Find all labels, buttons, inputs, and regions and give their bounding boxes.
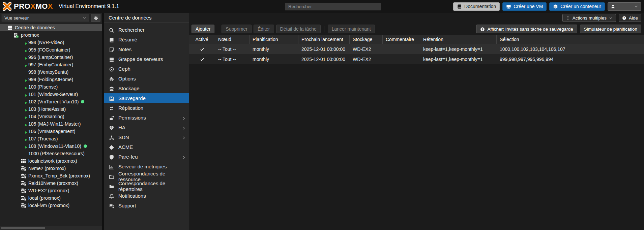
tree-item-raid10nvme-proxmox[interactable]: Raid10Nvme (proxmox) [0, 179, 102, 187]
column-header-selection[interactable]: Sélection [497, 35, 644, 44]
search-icon [109, 28, 114, 33]
menu-item-support[interactable]: Support [104, 201, 189, 210]
folder-icon [109, 184, 114, 189]
tree-item-107-truenas[interactable]: 107 (Truenas) [0, 135, 102, 142]
view-mode-select[interactable]: Vue serveur [1, 14, 89, 22]
tree-item-994-nvr-video[interactable]: 994 (NVR-Video) [0, 39, 102, 46]
storage-icon [21, 188, 26, 194]
tree-item-101-windows-serveur[interactable]: 101 (Windows-Serveur) [0, 91, 102, 98]
menu-item-replication[interactable]: Réplication [104, 103, 189, 113]
menu-item-grappe-de-serveurs[interactable]: Grappe de serveurs [104, 54, 189, 64]
tree-item-103-homeassist[interactable]: 103 (HomeAssist) [0, 105, 102, 113]
column-header-commentaire[interactable]: Commentaire [383, 35, 420, 44]
tree-item-localnetwork-proxmox[interactable]: localnetwork (proxmox) [0, 157, 102, 165]
column-header-active[interactable]: Activé [189, 35, 215, 44]
aide-button[interactable]: ?Aide [619, 14, 641, 22]
brand-text: PROXMOX [14, 2, 53, 11]
backup-job-row[interactable]: -- Tout --monthly2025-12-01 00:00:00WD-E… [189, 44, 644, 54]
tree-item-106-vmmanagement[interactable]: 106 (VmManagement) [0, 128, 102, 135]
tree-item-local-proxmox[interactable]: local (proxmox) [0, 194, 102, 202]
tree-item-108-windows11-vlan10[interactable]: 108 (WIndows11-Vlan10) [0, 142, 102, 150]
lxc-icon [21, 69, 26, 75]
bell-icon [109, 193, 114, 199]
tree-item-105-maj-win11-master[interactable]: 105 (MAJ-Win11-Master) [0, 120, 102, 128]
menu-item-ceph[interactable]: Ceph [104, 64, 189, 74]
supprimer-button[interactable]: Supprimer [222, 25, 252, 33]
column-header-retention[interactable]: Rétention [420, 35, 497, 44]
menu-item-correspondances-de-ressource[interactable]: Correspondances de ressource [104, 171, 189, 181]
book-icon [109, 37, 114, 43]
global-search-input[interactable] [285, 3, 381, 10]
menu-item-serveur-de-metriques[interactable]: Serveur de métriques [104, 162, 189, 171]
tree-item-998-iventoybuntu[interactable]: 998 (iVentoyBuntu) [0, 68, 102, 76]
cell-commentaire [383, 54, 420, 64]
menu-item-permissions[interactable]: Permissions [104, 113, 189, 123]
tree-item-999-foldingathome[interactable]: 999 (FoldingAtHome) [0, 76, 102, 83]
qemu-icon [21, 92, 26, 97]
menu-item-sauvegarde[interactable]: Sauvegarde [104, 93, 189, 103]
workspace: Centre de données Actions multiples?Aide… [104, 13, 644, 230]
lancer-maintenant-button[interactable]: Lancer maintenant [328, 25, 375, 33]
menu-item-resume[interactable]: Résumé [104, 35, 189, 44]
editer-button[interactable]: Éditer [254, 25, 274, 33]
menu-item-correspondances-de-repertoires[interactable]: Correspondances de répertoires [104, 181, 189, 191]
resource-tree-panel: Vue serveur Centre de donnéesproxmox994 … [0, 13, 102, 230]
cell-prochain-lancement: 2025-12-01 00:00:00 [298, 44, 350, 54]
tree-item-proxmox[interactable]: proxmox [0, 31, 102, 39]
menu-item-sdn[interactable]: SDN [104, 132, 189, 142]
tree-item-label: Centre de données [15, 25, 55, 30]
tree-item-label: 104 (VmGaming) [28, 114, 64, 119]
qemu-icon [21, 143, 26, 149]
tree-item-100-pfsense[interactable]: 100 (Pfsense) [0, 83, 102, 91]
tree-item-label: 996 (LampContainer) [28, 55, 73, 60]
menu-item-notes[interactable]: Notes [104, 44, 189, 54]
tree-item-997-embycontainer[interactable]: 997 (EmbyContainer) [0, 61, 102, 68]
creer-un-conteneur-button[interactable]: Créer un conteneur [549, 2, 605, 11]
simulateur-de-planification-button[interactable]: Simulateur de planification [580, 25, 641, 33]
column-header-n-ud[interactable]: Nœud [215, 35, 250, 44]
qemu-icon [21, 151, 26, 157]
tree-item-102-vmtorrent-vlan10[interactable]: 102 (VmTorrent-Vlan10) [0, 98, 102, 105]
tree-item-995-fogcontainer[interactable]: 995 (FOGcontainer) [0, 46, 102, 54]
menu-item-options[interactable]: Options [104, 74, 189, 84]
menu-item-label: ACME [118, 144, 133, 150]
menu-item-notifications[interactable]: Notifications [104, 191, 189, 201]
menu-item-ha[interactable]: HA [104, 123, 189, 132]
creer-une-vm-button[interactable]: Créer une VM [502, 2, 547, 11]
column-header-planification[interactable]: Planification [250, 35, 298, 44]
menu-item-stockage[interactable]: Stockage [104, 84, 189, 93]
backup-table-header: ActivéNœudPlanificationProchain lancemen… [189, 35, 644, 44]
column-header-stockage[interactable]: Stockage [350, 35, 383, 44]
tree-item-nvme2-proxmox[interactable]: Nvme2 (proxmox) [0, 165, 102, 172]
actions-multiples-button[interactable]: Actions multiples [562, 14, 616, 22]
tree-item-1000-pfsensedesecours[interactable]: 1000 (PfSenseDeSecours) [0, 150, 102, 157]
menu-item-acme[interactable]: ACME [104, 142, 189, 152]
detail-de-la-tache-button[interactable]: Détail de la tâche [276, 25, 321, 33]
storage-icon [21, 180, 26, 186]
sync-icon [109, 106, 114, 111]
column-header-prochain-lancement[interactable]: Prochain lancement [298, 35, 350, 44]
user-menu-button[interactable] [608, 2, 641, 11]
play-icon [25, 57, 28, 60]
tree-item-104-vmgaming[interactable]: 104 (VmGaming) [0, 113, 102, 120]
afficher-invites-sans-tache-de-sauvegarde-button[interactable]: Afficher: Invités sans tâche de sauvegar… [476, 25, 577, 33]
tree-scrollbar-thumb[interactable] [1, 227, 45, 229]
cell-planification: monthly [250, 54, 298, 64]
menu-item-pare-feu[interactable]: Pare-feu [104, 152, 189, 162]
menu-item-label: Ceph [118, 66, 130, 72]
backup-job-row[interactable]: -- Tout --monthly2025-12-01 00:00:00WD-E… [189, 54, 644, 64]
documentation-button[interactable]: Documentation [453, 2, 500, 11]
tree-item-local-lvm-proxmox[interactable]: local-lvm (proxmox) [0, 202, 102, 209]
tree-item-label: 100 (Pfsense) [28, 84, 58, 90]
tree-scrollbar[interactable] [0, 226, 102, 230]
menu-item-rechercher[interactable]: Rechercher [104, 25, 189, 35]
tree-item-centre-de-donnees[interactable]: Centre de données [0, 24, 102, 31]
tree-item-pxmox-temp-bck-proxmox[interactable]: Pxmox_Temp_Bck (proxmox) [0, 172, 102, 179]
tree-item-wd-ex2-proxmox[interactable]: WD-EX2 (proxmox) [0, 187, 102, 194]
tree-item-996-lampcontainer[interactable]: 996 (LampContainer) [0, 54, 102, 61]
qemu-icon [21, 136, 26, 142]
folder-icon [109, 183, 114, 189]
sidebar-settings-button[interactable] [91, 14, 100, 22]
ajouter-button[interactable]: Ajouter [192, 25, 214, 33]
play-icon [25, 146, 28, 149]
